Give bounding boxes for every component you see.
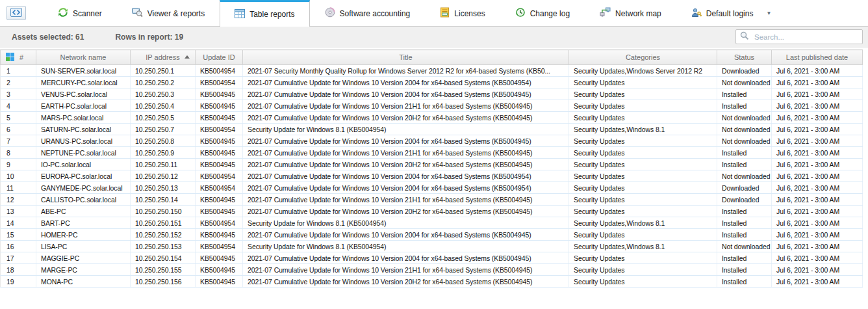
- cell-title[interactable]: 2021-07 Cumulative Update for Windows 10…: [243, 100, 569, 112]
- cell-title[interactable]: 2021-07 Cumulative Update for Windows 10…: [243, 264, 569, 276]
- cell-status[interactable]: Not downloaded: [717, 124, 772, 135]
- cell-row-number[interactable]: 10: [1, 170, 36, 182]
- cell-title[interactable]: 2021-07 Cumulative Update for Windows 10…: [243, 159, 569, 170]
- cell-ip-address[interactable]: 10.250.250.9: [131, 147, 196, 159]
- cell-categories[interactable]: Security Updates: [569, 170, 717, 182]
- cell-ip-address[interactable]: 10.250.250.7: [131, 124, 196, 135]
- table-row[interactable]: 7 URANUS-PC.solar.local 10.250.250.8 KB5…: [1, 135, 863, 147]
- cell-row-number[interactable]: 15: [1, 229, 36, 241]
- cell-network-name[interactable]: GANYMEDE-PC.solar.local: [36, 182, 131, 194]
- cell-update-id[interactable]: KB5004954: [196, 241, 243, 252]
- cell-ip-address[interactable]: 10.250.250.151: [131, 217, 196, 229]
- cell-update-id[interactable]: KB5004945: [196, 135, 243, 147]
- cell-last-published-date[interactable]: Jul 6, 2021 - 3:00 AM: [772, 194, 863, 206]
- cell-last-published-date[interactable]: Jul 6, 2021 - 3:00 AM: [772, 206, 863, 217]
- cell-network-name[interactable]: LISA-PC: [36, 241, 131, 252]
- tab-viewer-reports[interactable]: Viewer & reports: [117, 0, 220, 26]
- tab-default-logins[interactable]: Default logins ▼: [676, 0, 787, 26]
- column-header-network-name[interactable]: Network name: [36, 50, 131, 65]
- cell-row-number[interactable]: 2: [1, 77, 36, 88]
- cell-network-name[interactable]: SATURN-PC.solar.local: [36, 124, 131, 135]
- cell-ip-address[interactable]: 10.250.250.8: [131, 135, 196, 147]
- cell-network-name[interactable]: MONA-PC: [36, 276, 131, 288]
- cell-title[interactable]: 2021-07 Cumulative Update for Windows 10…: [243, 182, 569, 194]
- cell-last-published-date[interactable]: Jul 6, 2021 - 3:00 AM: [772, 147, 863, 159]
- cell-last-published-date[interactable]: Jul 6, 2021 - 3:00 AM: [772, 88, 863, 100]
- cell-status[interactable]: Installed: [717, 147, 772, 159]
- column-header-row-number[interactable]: #: [1, 50, 36, 65]
- search-input[interactable]: [753, 33, 858, 42]
- cell-network-name[interactable]: MAGGIE-PC: [36, 252, 131, 264]
- table-row[interactable]: 18 MARGE-PC 10.250.250.155 KB5004945 202…: [1, 264, 863, 276]
- table-row[interactable]: 10 EUROPA-PC.solar.local 10.250.250.12 K…: [1, 170, 863, 182]
- cell-row-number[interactable]: 17: [1, 252, 36, 264]
- cell-network-name[interactable]: HOMER-PC: [36, 229, 131, 241]
- cell-ip-address[interactable]: 10.250.250.12: [131, 170, 196, 182]
- cell-row-number[interactable]: 12: [1, 194, 36, 206]
- cell-status[interactable]: Installed: [717, 252, 772, 264]
- column-header-status[interactable]: Status: [717, 50, 772, 65]
- table-row[interactable]: 2 MERCURY-PC.solar.local 10.250.250.2 KB…: [1, 77, 863, 88]
- cell-update-id[interactable]: KB5004945: [196, 252, 243, 264]
- table-row[interactable]: 5 MARS-PC.solar.local 10.250.250.5 KB500…: [1, 112, 863, 124]
- cell-status[interactable]: Not downloaded: [717, 77, 772, 88]
- tab-network-map[interactable]: Network map: [585, 0, 676, 26]
- cell-row-number[interactable]: 6: [1, 124, 36, 135]
- table-row[interactable]: 4 EARTH-PC.solar.local 10.250.250.4 KB50…: [1, 100, 863, 112]
- cell-network-name[interactable]: URANUS-PC.solar.local: [36, 135, 131, 147]
- cell-status[interactable]: Not downloaded: [717, 112, 772, 124]
- tab-scanner[interactable]: Scanner: [43, 0, 117, 26]
- cell-last-published-date[interactable]: Jul 6, 2021 - 3:00 AM: [772, 135, 863, 147]
- cell-ip-address[interactable]: 10.250.250.153: [131, 241, 196, 252]
- tab-licenses[interactable]: Licenses: [425, 0, 500, 26]
- chevron-down-icon[interactable]: ▼: [766, 11, 771, 16]
- cell-categories[interactable]: Security Updates: [569, 159, 717, 170]
- cell-ip-address[interactable]: 10.250.250.3: [131, 88, 196, 100]
- cell-last-published-date[interactable]: Jul 6, 2021 - 3:00 AM: [772, 182, 863, 194]
- cell-status[interactable]: Downloaded: [717, 65, 772, 77]
- cell-categories[interactable]: Security Updates,Windows 8.1: [569, 124, 717, 135]
- table-row[interactable]: 16 LISA-PC 10.250.250.153 KB5004954 Secu…: [1, 241, 863, 252]
- cell-update-id[interactable]: KB5004945: [196, 276, 243, 288]
- cell-categories[interactable]: Security Updates: [569, 112, 717, 124]
- cell-title[interactable]: Security Update for Windows 8.1 (KB50049…: [243, 217, 569, 229]
- cell-update-id[interactable]: KB5004945: [196, 100, 243, 112]
- cell-row-number[interactable]: 1: [1, 65, 36, 77]
- cell-row-number[interactable]: 5: [1, 112, 36, 124]
- column-header-title[interactable]: Title: [243, 50, 569, 65]
- cell-update-id[interactable]: KB5004945: [196, 147, 243, 159]
- cell-title[interactable]: 2021-07 Cumulative Update for Windows 10…: [243, 88, 569, 100]
- cell-network-name[interactable]: ABE-PC: [36, 206, 131, 217]
- cell-categories[interactable]: Security Updates: [569, 135, 717, 147]
- cell-update-id[interactable]: KB5004954: [196, 124, 243, 135]
- cell-row-number[interactable]: 18: [1, 264, 36, 276]
- cell-categories[interactable]: Security Updates: [569, 206, 717, 217]
- cell-row-number[interactable]: 19: [1, 276, 36, 288]
- search-box[interactable]: [735, 29, 863, 44]
- cell-update-id[interactable]: KB5004945: [196, 194, 243, 206]
- cell-status[interactable]: Installed: [717, 206, 772, 217]
- cell-ip-address[interactable]: 10.250.250.150: [131, 206, 196, 217]
- cell-last-published-date[interactable]: Jul 6, 2021 - 3:00 AM: [772, 124, 863, 135]
- cell-network-name[interactable]: MERCURY-PC.solar.local: [36, 77, 131, 88]
- table-row[interactable]: 14 BART-PC 10.250.250.151 KB5004954 Secu…: [1, 217, 863, 229]
- cell-network-name[interactable]: MARS-PC.solar.local: [36, 112, 131, 124]
- cell-status[interactable]: Downloaded: [717, 194, 772, 206]
- cell-title[interactable]: 2021-07 Cumulative Update for Windows 10…: [243, 252, 569, 264]
- cell-title[interactable]: 2021-07 Cumulative Update for Windows 10…: [243, 147, 569, 159]
- cell-row-number[interactable]: 7: [1, 135, 36, 147]
- cell-categories[interactable]: Security Updates: [569, 229, 717, 241]
- table-row[interactable]: 15 HOMER-PC 10.250.250.152 KB5004945 202…: [1, 229, 863, 241]
- cell-categories[interactable]: Security Updates,Windows 8.1: [569, 217, 717, 229]
- cell-categories[interactable]: Security Updates: [569, 147, 717, 159]
- cell-status[interactable]: Installed: [717, 217, 772, 229]
- cell-ip-address[interactable]: 10.250.250.2: [131, 77, 196, 88]
- cell-categories[interactable]: Security Updates: [569, 182, 717, 194]
- cell-last-published-date[interactable]: Jul 6, 2021 - 3:00 AM: [772, 217, 863, 229]
- cell-last-published-date[interactable]: Jul 6, 2021 - 3:00 AM: [772, 77, 863, 88]
- cell-last-published-date[interactable]: Jul 6, 2021 - 3:00 AM: [772, 112, 863, 124]
- cell-status[interactable]: Installed: [717, 159, 772, 170]
- cell-update-id[interactable]: KB5004954: [196, 182, 243, 194]
- cell-ip-address[interactable]: 10.250.250.152: [131, 229, 196, 241]
- cell-status[interactable]: Installed: [717, 88, 772, 100]
